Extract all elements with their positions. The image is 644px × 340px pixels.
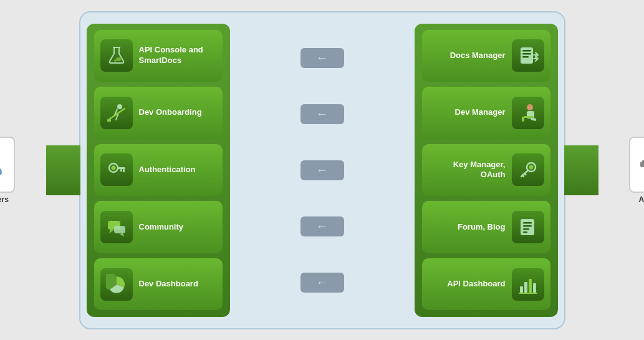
- outer-panel: API Console and SmartDocs Dev Onboarding: [79, 11, 565, 329]
- svg-rect-34: [523, 228, 529, 230]
- dev-dashboard-label: Dev Dashboard: [139, 279, 198, 289]
- left-row-community: Community: [94, 201, 223, 253]
- svg-rect-16: [114, 226, 125, 233]
- svg-rect-32: [523, 222, 532, 224]
- forum-blog-label: Forum, Blog: [458, 222, 506, 233]
- left-connector: [46, 145, 80, 195]
- svg-rect-18: [521, 47, 533, 64]
- key-manager-icon-box: [512, 153, 544, 186]
- dev-manager-label: Dev Manager: [455, 107, 506, 118]
- svg-rect-45: [640, 162, 645, 167]
- arrow-strip: [291, 24, 353, 317]
- svg-point-28: [529, 165, 533, 170]
- api-team-label: API Team: [639, 195, 644, 204]
- arrow-5: [294, 264, 350, 301]
- arrow-1: [294, 39, 350, 77]
- community-icon-box: [100, 211, 133, 243]
- arrow-shape-2: [300, 104, 344, 124]
- right-row-docs-manager: Docs Manager: [422, 30, 550, 82]
- svg-rect-3: [0, 168, 2, 176]
- svg-rect-14: [120, 169, 122, 172]
- left-row-dev-onboarding: Dev Onboarding: [94, 87, 223, 139]
- left-panel: API Console and SmartDocs Dev Onboarding: [87, 24, 230, 317]
- arrow-4: [294, 208, 350, 245]
- authentication-label: Authentication: [139, 165, 196, 175]
- dev-manager-icon-box: [512, 97, 544, 129]
- svg-point-7: [114, 59, 117, 62]
- community-label: Community: [139, 222, 184, 233]
- dev-onboarding-label: Dev Onboarding: [139, 107, 202, 118]
- arrow-shape-3: [300, 160, 344, 180]
- svg-rect-26: [522, 117, 524, 122]
- arrow-shape-5: [300, 273, 344, 293]
- authentication-icon-box: [100, 153, 133, 186]
- svg-rect-40: [519, 293, 537, 294]
- right-row-api-dashboard: API Dashboard: [422, 258, 550, 311]
- api-dashboard-label: API Dashboard: [447, 279, 505, 289]
- svg-rect-31: [521, 219, 534, 235]
- svg-rect-37: [524, 282, 527, 293]
- api-console-icon-box: [100, 39, 133, 72]
- left-row-dev-dashboard: Dev Dashboard: [94, 258, 223, 311]
- svg-rect-12: [117, 167, 125, 169]
- diagram-container: Developers API Console and SmartD: [23, 11, 622, 329]
- left-row-api-console: API Console and SmartDocs: [94, 30, 223, 82]
- docs-manager-icon-box: [512, 39, 544, 72]
- arrow-shape-4: [300, 216, 344, 236]
- svg-rect-33: [523, 225, 532, 227]
- arrow-3: [294, 152, 350, 189]
- developers-label: Developers: [0, 195, 9, 204]
- svg-rect-35: [523, 231, 527, 233]
- svg-rect-19: [522, 50, 531, 52]
- key-manager-label: Key Manager, OAuth: [428, 160, 506, 181]
- right-row-dev-manager: Dev Manager: [422, 87, 550, 139]
- svg-rect-20: [522, 53, 531, 55]
- svg-rect-39: [533, 283, 536, 293]
- api-team-box: [629, 137, 644, 193]
- arrow-shape-1: [300, 48, 344, 68]
- svg-rect-13: [123, 169, 125, 172]
- svg-rect-25: [524, 116, 534, 118]
- forum-blog-icon-box: [512, 211, 544, 243]
- right-row-forum-blog: Forum, Blog: [422, 201, 550, 253]
- docs-manager-label: Docs Manager: [450, 51, 506, 61]
- arrow-2: [294, 95, 350, 133]
- svg-point-6: [116, 57, 121, 61]
- left-row-authentication: Authentication: [94, 144, 223, 197]
- api-console-label: API Console and SmartDocs: [139, 45, 216, 66]
- svg-rect-9: [107, 119, 111, 122]
- svg-rect-21: [522, 56, 529, 58]
- svg-point-11: [111, 166, 115, 170]
- api-dashboard-icon-box: [512, 268, 544, 301]
- dev-onboarding-icon-box: [100, 97, 133, 129]
- svg-rect-36: [520, 286, 523, 293]
- dev-dashboard-icon-box: [100, 268, 133, 301]
- right-connector: [564, 145, 598, 195]
- svg-rect-38: [529, 279, 532, 293]
- developers-box: [0, 137, 15, 193]
- api-team-figure: API Team: [628, 137, 645, 204]
- right-panel: Docs Manager Dev Manager: [415, 24, 558, 317]
- svg-point-8: [117, 104, 122, 109]
- svg-point-22: [527, 104, 533, 110]
- right-row-key-manager: Key Manager, OAuth: [422, 144, 550, 197]
- svg-rect-46: [642, 160, 645, 162]
- developers-figure: Developers: [0, 137, 17, 204]
